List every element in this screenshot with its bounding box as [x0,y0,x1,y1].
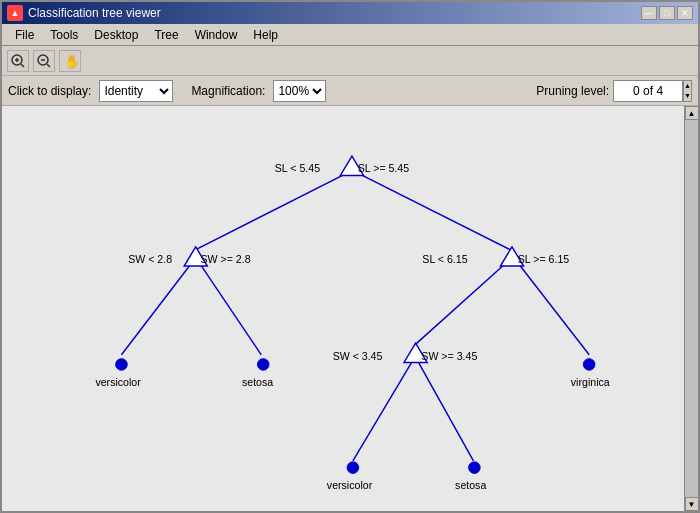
menu-desktop[interactable]: Desktop [86,26,146,44]
pan-button[interactable]: ✋ [59,50,81,72]
edge-root-right [355,172,512,251]
tree-area: SL < 5.45 SL >= 5.45 SW < 2.8 SW >= 2.8 … [2,106,698,511]
node-lr-label: setosa [242,376,273,388]
zoom-out-button[interactable] [33,50,55,72]
node-right-left-label: SL < 6.15 [422,253,467,265]
edge-rl-rlr [418,361,474,461]
node-rr[interactable] [583,359,595,371]
title-bar: ▲ Classification tree viewer — □ ✕ [2,2,698,24]
pruning-up-button[interactable]: ▲ [684,81,691,91]
zoom-out-icon [36,53,52,69]
node-rlr-label: setosa [455,479,486,491]
edge-left-ll [121,260,193,355]
main-window: ▲ Classification tree viewer — □ ✕ File … [0,0,700,513]
scrollbar-right: ▲ ▼ [684,106,698,511]
node-ll[interactable] [116,359,128,371]
pruning-level-container: Pruning level: ▲ ▼ [536,80,692,102]
node-rlr[interactable] [469,462,481,474]
edge-right-rl [415,260,510,345]
magnification-label: Magnification: [191,84,265,98]
node-rr-label: virginica [571,376,610,388]
minimize-button[interactable]: — [641,6,657,20]
pruning-down-button[interactable]: ▼ [684,91,691,101]
menu-tree[interactable]: Tree [146,26,186,44]
node-ll-label: versicolor [95,376,141,388]
menu-tools[interactable]: Tools [42,26,86,44]
node-left-left-label: SW < 2.8 [128,253,172,265]
node-lr[interactable] [257,359,269,371]
node-left-right-label: SW >= 2.8 [201,253,251,265]
zoom-in-button[interactable] [7,50,29,72]
node-right-right-label: SL >= 6.15 [518,253,570,265]
svg-line-1 [21,64,24,67]
menu-help[interactable]: Help [245,26,286,44]
edge-rl-rll [353,361,413,461]
scroll-down-button[interactable]: ▼ [685,497,699,511]
click-to-display-label: Click to display: [8,84,91,98]
node-rll-label: versicolor [327,479,373,491]
menu-file[interactable]: File [7,26,42,44]
pan-icon: ✋ [62,53,78,69]
node-root-left-label: SL < 5.45 [275,162,320,174]
menu-bar: File Tools Desktop Tree Window Help [2,24,698,46]
pruning-control: ▲ ▼ [613,80,692,102]
node-root-right-label: SL >= 5.45 [358,162,410,174]
node-rl-right-label: SW >= 3.45 [421,350,477,362]
node-rl-left-label: SW < 3.45 [333,350,383,362]
title-bar-left: ▲ Classification tree viewer [7,5,161,21]
pruning-level-input[interactable] [613,80,683,102]
scroll-track[interactable] [685,120,699,497]
pruning-arrows: ▲ ▼ [683,80,692,102]
svg-line-5 [47,64,50,67]
toolbar: ✋ [2,46,698,76]
scroll-up-button[interactable]: ▲ [685,106,699,120]
pruning-level-label: Pruning level: [536,84,609,98]
magnification-select[interactable]: 50% 75% 100% 125% 150% [273,80,326,102]
svg-text:✋: ✋ [64,53,78,69]
maximize-button[interactable]: □ [659,6,675,20]
menu-window[interactable]: Window [187,26,246,44]
edge-right-rr [516,260,589,355]
close-button[interactable]: ✕ [677,6,693,20]
window-title: Classification tree viewer [28,6,161,20]
edge-root-left [194,172,350,251]
title-bar-buttons: — □ ✕ [641,6,693,20]
edge-left-lr [198,260,262,355]
node-rll[interactable] [347,462,359,474]
controls-bar: Click to display: Identity Node info Non… [2,76,698,106]
app-icon: ▲ [7,5,23,21]
zoom-in-icon [10,53,26,69]
click-to-display-select[interactable]: Identity Node info None [99,80,173,102]
tree-svg: SL < 5.45 SL >= 5.45 SW < 2.8 SW >= 2.8 … [2,106,698,511]
